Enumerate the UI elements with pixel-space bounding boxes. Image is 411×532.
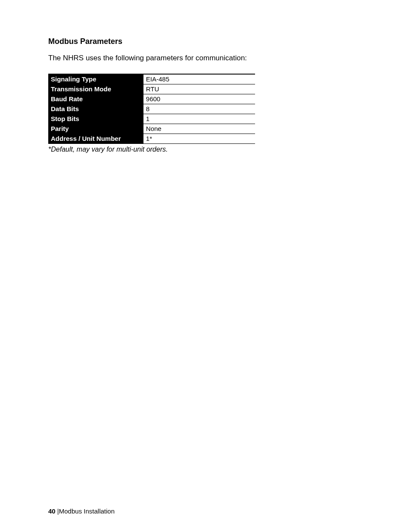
param-value: 1: [143, 114, 255, 124]
param-label: Stop Bits: [48, 114, 143, 124]
page-footer: 40 |Modbus Installation: [48, 507, 115, 515]
table-row: Transmission Mode RTU: [48, 84, 255, 94]
param-label: Baud Rate: [48, 94, 143, 104]
param-label: Data Bits: [48, 104, 143, 114]
page: Modbus Parameters The NHRS uses the foll…: [0, 0, 411, 532]
footer-section: Modbus Installation: [59, 507, 115, 515]
param-label: Address / Unit Number: [48, 134, 143, 143]
param-value: None: [143, 124, 255, 134]
intro-paragraph: The NHRS uses the following parameters f…: [48, 53, 363, 63]
table-row: Signaling Type EIA-485: [48, 74, 255, 84]
param-value: EIA-485: [143, 74, 255, 84]
table-row: Stop Bits 1: [48, 114, 255, 124]
footnote: *Default, may vary for multi-unit orders…: [48, 146, 363, 153]
param-label: Transmission Mode: [48, 84, 143, 94]
param-label: Signaling Type: [48, 74, 143, 84]
table-row: Parity None: [48, 124, 255, 134]
table-row: Address / Unit Number 1*: [48, 134, 255, 143]
param-value: 9600: [143, 94, 255, 104]
table-row: Data Bits 8: [48, 104, 255, 114]
page-number: 40: [48, 507, 56, 515]
table-row: Baud Rate 9600: [48, 94, 255, 104]
section-heading: Modbus Parameters: [48, 37, 363, 46]
param-label: Parity: [48, 124, 143, 134]
param-value: RTU: [143, 84, 255, 94]
parameters-table: Signaling Type EIA-485 Transmission Mode…: [48, 74, 255, 144]
footer-separator: |: [56, 507, 59, 515]
param-value: 1*: [143, 134, 255, 143]
param-value: 8: [143, 104, 255, 114]
